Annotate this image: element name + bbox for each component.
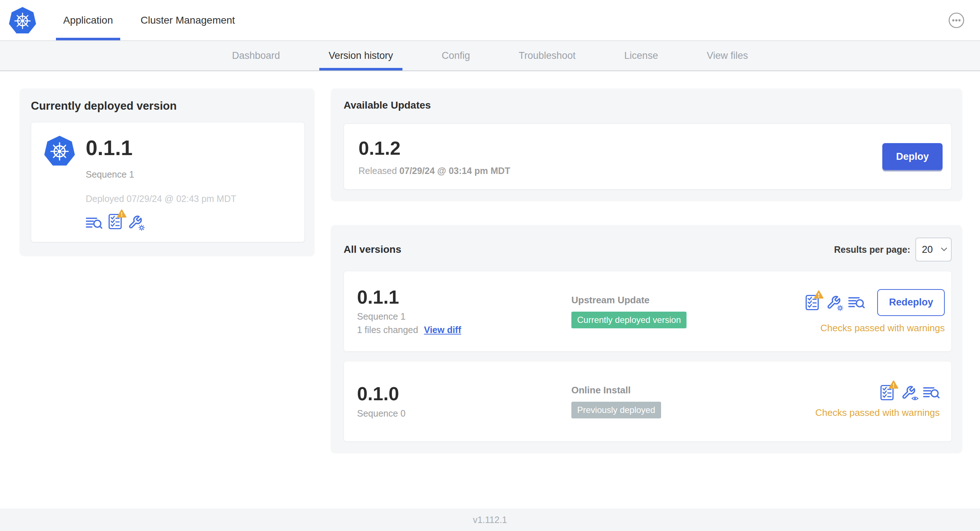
warning-icon xyxy=(814,290,823,299)
results-per-page-label: Results per page: xyxy=(834,245,910,255)
sub-nav-item-license[interactable]: License xyxy=(623,41,660,70)
app-tab-label: Cluster Management xyxy=(141,14,235,26)
sequence-label: Sequence 1 xyxy=(357,311,571,322)
source-type-label: Upstream Update xyxy=(571,294,805,306)
app-icon xyxy=(44,135,76,229)
view-logs-icon[interactable] xyxy=(86,216,102,229)
files-changed-label: 1 files changed xyxy=(357,325,418,335)
app-tab-cluster-management[interactable]: Cluster Management xyxy=(128,0,247,40)
deployment-status-badge: Currently deployed version xyxy=(571,312,687,328)
sub-nav: Dashboard Version history Config Trouble… xyxy=(0,41,980,71)
currently-deployed-card: Currently deployed version 0.1.1 Sequenc… xyxy=(20,89,314,255)
checks-status-text: Checks passed with warnings xyxy=(821,323,945,334)
version-number: 0.1.1 xyxy=(357,287,571,307)
overflow-menu-button[interactable] xyxy=(948,12,965,29)
deployed-version-number: 0.1.1 xyxy=(86,137,237,159)
sub-nav-item-view-files[interactable]: View files xyxy=(705,41,750,70)
update-version-number: 0.1.2 xyxy=(358,137,510,159)
app-tabs: Application Cluster Management xyxy=(51,0,247,40)
results-per-page-select[interactable]: 20 xyxy=(915,237,952,261)
sub-nav-item-dashboard[interactable]: Dashboard xyxy=(231,41,282,70)
app-tab-label: Application xyxy=(63,14,113,26)
ellipsis-icon xyxy=(948,12,965,29)
preflight-checks-icon[interactable] xyxy=(805,294,819,310)
footer-version: v1.112.1 xyxy=(473,515,507,525)
deploy-button[interactable]: Deploy xyxy=(882,143,943,170)
deployment-status-badge: Previously deployed xyxy=(571,402,661,418)
view-logs-icon[interactable] xyxy=(848,296,865,309)
kubernetes-logo xyxy=(5,0,40,40)
view-diff-link[interactable]: View diff xyxy=(424,325,461,335)
all-versions-title: All versions xyxy=(344,244,401,255)
released-timestamp: Released 07/29/24 @ 03:14 pm MDT xyxy=(358,165,510,176)
version-number: 0.1.0 xyxy=(357,384,571,404)
sequence-label: Sequence 0 xyxy=(357,408,571,419)
main-content: Currently deployed version 0.1.1 Sequenc… xyxy=(0,71,980,453)
edit-config-icon[interactable] xyxy=(128,215,142,229)
version-row: 0.1.1 Sequence 1 1 files changed View di… xyxy=(344,271,952,351)
sub-nav-item-version-history[interactable]: Version history xyxy=(327,41,395,70)
edit-config-icon[interactable] xyxy=(826,295,841,310)
preflight-checks-icon[interactable] xyxy=(108,213,122,229)
redeploy-button[interactable]: Redeploy xyxy=(877,289,945,316)
footer: v1.112.1 xyxy=(0,509,980,531)
sub-nav-item-troubleshoot[interactable]: Troubleshoot xyxy=(517,41,577,70)
version-row: 0.1.0 Sequence 0 Online Install Previous… xyxy=(344,361,952,442)
top-nav: Application Cluster Management xyxy=(0,0,980,41)
warning-icon xyxy=(117,209,126,218)
gear-icon xyxy=(837,305,843,311)
available-updates-card: Available Updates 0.1.2 Released 07/29/2… xyxy=(331,89,962,200)
source-type-label: Online Install xyxy=(571,385,815,396)
gear-icon xyxy=(138,224,145,231)
available-updates-title: Available Updates xyxy=(344,100,952,111)
app-tab-application[interactable]: Application xyxy=(51,0,125,40)
update-row: 0.1.2 Released 07/29/24 @ 03:14 pm MDT D… xyxy=(344,124,952,189)
view-config-icon[interactable] xyxy=(901,385,916,400)
preflight-checks-icon[interactable] xyxy=(880,385,894,401)
all-versions-card: All versions Results per page: 20 xyxy=(331,225,962,453)
deployed-timestamp: Deployed 07/29/24 @ 02:43 pm MDT xyxy=(86,194,237,204)
deployed-sequence-label: Sequence 1 xyxy=(86,169,237,180)
sub-nav-item-config[interactable]: Config xyxy=(440,41,471,70)
view-logs-icon[interactable] xyxy=(923,386,940,399)
currently-deployed-title: Currently deployed version xyxy=(31,100,305,113)
checks-status-text: Checks passed with warnings xyxy=(815,407,940,418)
deployed-version-panel: 0.1.1 Sequence 1 Deployed 07/29/24 @ 02:… xyxy=(31,122,305,242)
eye-icon xyxy=(911,396,919,401)
warning-icon xyxy=(889,380,898,389)
